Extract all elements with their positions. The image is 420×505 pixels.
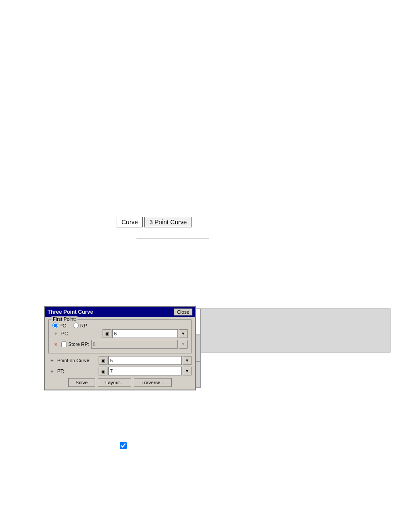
pt-dropdown-button[interactable]: ▼ <box>183 367 192 375</box>
pt-row: + PT: ▣ ▼ <box>48 367 192 375</box>
layout-button[interactable]: Layout... <box>98 378 131 387</box>
traverse-button[interactable]: Traverse... <box>134 378 172 387</box>
first-point-group: First Point: PC RP + PC: ▣ ▼ <box>48 319 192 353</box>
solve-button[interactable]: Solve <box>68 378 96 387</box>
store-rp-cross-icon: × <box>52 341 59 348</box>
pt-input-group: ▣ ▼ <box>99 367 192 375</box>
pc-radio-label[interactable]: PC <box>52 323 66 328</box>
pc-input-group: ▣ ▼ <box>103 329 188 338</box>
tab-area: Curve 3 Point Curve <box>117 217 192 227</box>
first-point-radio-row: PC RP <box>52 323 188 328</box>
pc-radio-text: PC <box>59 323 66 328</box>
poc-plus-icon: + <box>48 357 55 364</box>
pt-pick-button[interactable]: ▣ <box>99 367 107 375</box>
input-panel <box>200 308 391 353</box>
first-point-group-label: First Point: <box>52 316 77 322</box>
dialog-close-button[interactable]: Close <box>174 308 192 316</box>
bottom-checkbox[interactable] <box>120 442 127 449</box>
rp-radio-text: RP <box>80 323 87 328</box>
poc-input-group: ▣ ▼ <box>99 356 192 365</box>
pc-pick-button[interactable]: ▣ <box>103 329 111 338</box>
three-point-curve-tab[interactable]: 3 Point Curve <box>144 217 192 227</box>
three-point-curve-dialog: Three Point Curve Close First Point: PC … <box>44 306 196 390</box>
poc-input[interactable] <box>108 356 182 365</box>
pc-dropdown-button[interactable]: ▼ <box>179 329 188 338</box>
point-on-curve-row: + Point on Curve: ▣ ▼ <box>48 356 192 365</box>
store-rp-checkbox[interactable] <box>61 342 67 347</box>
store-rp-dropdown-button: ▼ <box>179 340 188 349</box>
pc-row-label: PC: <box>61 331 101 336</box>
pc-plus-icon: + <box>52 330 59 337</box>
curve-tab[interactable]: Curve <box>117 217 143 227</box>
poc-pick-button[interactable]: ▣ <box>99 356 107 365</box>
store-rp-label-text: Store RP: <box>68 342 89 347</box>
rp-radio[interactable] <box>73 323 79 328</box>
poc-row-label: Point on Curve: <box>57 358 97 363</box>
pt-row-label: PT: <box>57 368 97 374</box>
store-rp-input <box>91 340 178 349</box>
pt-plus-icon: + <box>48 368 55 375</box>
pc-row: + PC: ▣ ▼ <box>52 329 188 338</box>
dialog-title-bar: Three Point Curve Close <box>45 307 195 317</box>
dialog-body: First Point: PC RP + PC: ▣ ▼ <box>45 317 195 390</box>
bottom-checkbox-area <box>120 442 127 449</box>
tab-underline <box>136 238 209 238</box>
pc-radio[interactable] <box>52 323 58 328</box>
store-rp-checkbox-label[interactable]: Store RP: <box>61 342 89 347</box>
store-rp-input-group: ▼ <box>91 340 188 349</box>
pc-input[interactable] <box>112 329 178 338</box>
store-rp-row: × Store RP: ▼ <box>52 340 188 349</box>
action-buttons-row: Solve Layout... Traverse... <box>48 378 192 387</box>
pt-input[interactable] <box>108 367 182 375</box>
dialog-title-text: Three Point Curve <box>48 309 93 315</box>
rp-radio-label[interactable]: RP <box>73 323 87 328</box>
poc-dropdown-button[interactable]: ▼ <box>183 356 192 365</box>
